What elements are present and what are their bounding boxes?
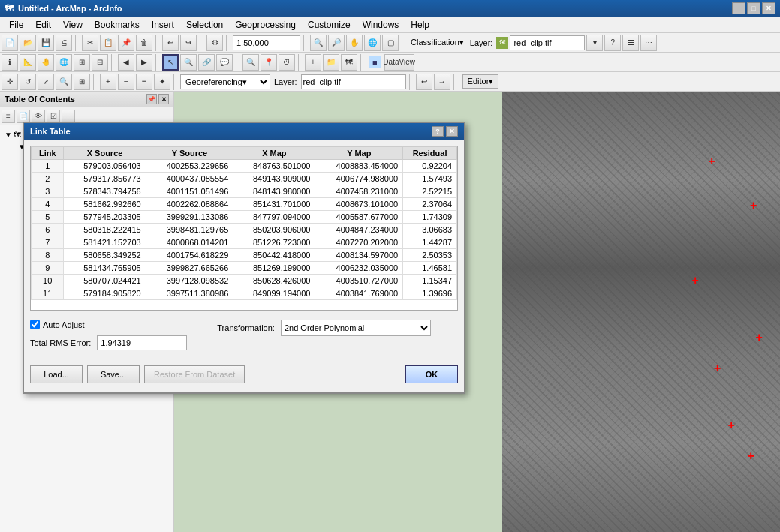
menu-windows[interactable]: Windows bbox=[357, 18, 405, 32]
pan-button[interactable]: ✋ bbox=[346, 35, 363, 51]
menu-bookmarks[interactable]: Bookmarks bbox=[89, 18, 146, 32]
menu-geoprocessing[interactable]: Geoprocessing bbox=[229, 18, 302, 32]
dialog-help-button[interactable]: ? bbox=[432, 126, 444, 137]
geo-move[interactable]: ✛ bbox=[2, 74, 18, 90]
nav-fwd[interactable]: ▶ bbox=[136, 54, 152, 71]
sep-m2 bbox=[155, 54, 159, 71]
classification-label[interactable]: Classification▾ bbox=[411, 38, 464, 47]
close-button[interactable]: ✕ bbox=[762, 2, 775, 14]
geo-scale[interactable]: ⤢ bbox=[38, 74, 54, 90]
extra2[interactable]: ⋯ bbox=[640, 35, 657, 51]
menu-selection[interactable]: Selection bbox=[180, 18, 229, 32]
help-button[interactable]: ? bbox=[604, 35, 621, 51]
toc-list-by-visibility[interactable]: 👁 bbox=[32, 110, 45, 123]
tools-button[interactable]: ⚙ bbox=[206, 35, 223, 51]
menu-help[interactable]: Help bbox=[405, 18, 435, 32]
toc-list-by-drawing[interactable]: ≡ bbox=[2, 110, 15, 123]
time-tool[interactable]: ⏱ bbox=[279, 54, 295, 71]
arcmap-btn[interactable]: 🗺 bbox=[341, 54, 357, 71]
extent-btn1[interactable]: ⊞ bbox=[74, 54, 90, 71]
select-tool[interactable]: ↖ bbox=[162, 54, 179, 71]
identify-tool[interactable]: 🔍 bbox=[180, 54, 197, 71]
left-panel: Table Of Contents 📌 ✕ ≡ 📄 👁 ☑ ⋯ ▼ 🗺 Laye… bbox=[0, 92, 174, 532]
geo-add-cp[interactable]: + bbox=[100, 74, 116, 90]
globe-button[interactable]: 🌐 bbox=[56, 54, 72, 71]
ok-button[interactable]: OK bbox=[405, 365, 458, 383]
geo-layer-input[interactable] bbox=[301, 74, 406, 89]
menu-file[interactable]: File bbox=[3, 18, 29, 32]
table-row[interactable]: 5577945.2033053999291.133086847797.09400… bbox=[32, 211, 457, 224]
load-button[interactable]: Load... bbox=[30, 365, 83, 383]
transformation-select[interactable]: 1st Order Polynomial 2nd Order Polynomia… bbox=[281, 320, 431, 336]
table-row[interactable]: 2579317.8567734000437.085554849143.90900… bbox=[32, 173, 457, 185]
extent-btn2[interactable]: ⊟ bbox=[92, 54, 108, 71]
table-row[interactable]: 3578343.7947564001151.051496848143.98000… bbox=[32, 185, 457, 198]
geo-link-tbl[interactable]: ≡ bbox=[136, 74, 152, 90]
redo-button[interactable]: ↪ bbox=[180, 35, 197, 51]
table-row[interactable]: 1579003.0564034002553.229656848763.50100… bbox=[32, 160, 457, 173]
zoom-in-button[interactable]: 🔍 bbox=[310, 35, 327, 51]
goto-xy[interactable]: 📍 bbox=[261, 54, 277, 71]
scale-input[interactable] bbox=[233, 35, 300, 50]
cut-button[interactable]: ✂ bbox=[82, 35, 98, 51]
delete-button[interactable]: 🗑 bbox=[136, 35, 152, 51]
save-button[interactable]: Save... bbox=[87, 365, 140, 383]
maximize-button[interactable]: □ bbox=[747, 2, 760, 14]
table-row[interactable]: 11579184.9058203997511.380986849099.1940… bbox=[32, 287, 457, 300]
expand-icon[interactable]: ▼ bbox=[5, 131, 12, 139]
geo-tool2[interactable]: → bbox=[434, 74, 450, 90]
print-button[interactable]: 🖨 bbox=[56, 35, 72, 51]
toc-close-button[interactable]: ✕ bbox=[158, 94, 169, 104]
select-button[interactable]: ▢ bbox=[382, 35, 399, 51]
menu-insert[interactable]: Insert bbox=[146, 18, 180, 32]
toc-options[interactable]: ⋯ bbox=[62, 110, 75, 123]
copy-button[interactable]: 📋 bbox=[100, 35, 116, 51]
layout-btn[interactable]: DataView bbox=[384, 54, 414, 71]
table-row[interactable]: 7581421.1527034000868.014201851226.72300… bbox=[32, 236, 457, 249]
pan-tool[interactable]: 🤚 bbox=[38, 54, 54, 71]
menu-edit[interactable]: Edit bbox=[29, 18, 57, 32]
cell-2-0: 3 bbox=[32, 185, 64, 198]
geo-zoom[interactable]: 🔍 bbox=[56, 74, 72, 90]
geo-tool1[interactable]: ↩ bbox=[416, 74, 432, 90]
minimize-button[interactable]: _ bbox=[732, 2, 745, 14]
toc-list-by-source[interactable]: 📄 bbox=[17, 110, 30, 123]
table-row[interactable]: 8580658.3492524001754.618229850442.41800… bbox=[32, 249, 457, 262]
layer-dropdown-btn[interactable]: ▾ bbox=[586, 35, 603, 51]
new-button[interactable]: 📄 bbox=[2, 35, 18, 51]
extra1[interactable]: ☰ bbox=[622, 35, 639, 51]
identify-button[interactable]: ℹ bbox=[2, 54, 18, 71]
nav-back[interactable]: ◀ bbox=[118, 54, 134, 71]
dialog-title-bar[interactable]: Link Table ? ✕ bbox=[24, 123, 464, 140]
open-button[interactable]: 📂 bbox=[20, 35, 36, 51]
undo-button[interactable]: ↩ bbox=[162, 35, 179, 51]
paste-button[interactable]: 📌 bbox=[118, 35, 134, 51]
find-tool[interactable]: 🔍 bbox=[242, 54, 259, 71]
table-row[interactable]: 4581662.9926604002262.088864851431.70100… bbox=[32, 198, 457, 211]
dialog-close-button[interactable]: ✕ bbox=[446, 126, 458, 137]
table-row[interactable]: 10580707.0244213997128.098532850628.4260… bbox=[32, 275, 457, 287]
geo-fit[interactable]: ⊞ bbox=[74, 74, 90, 90]
auto-adjust-checkbox[interactable] bbox=[30, 320, 40, 329]
georef-dropdown[interactable]: Georeferencing▾ bbox=[180, 74, 270, 89]
catalog-btn[interactable]: 📁 bbox=[323, 54, 339, 71]
save-button[interactable]: 💾 bbox=[38, 35, 54, 51]
zoom-out-button[interactable]: 🔎 bbox=[328, 35, 345, 51]
table-row[interactable]: 9581434.7659053999827.665266851269.19900… bbox=[32, 262, 457, 275]
link-table-container[interactable]: Link X Source Y Source X Map Y Map Resid… bbox=[30, 146, 458, 311]
toc-pin-button[interactable]: 📌 bbox=[146, 94, 157, 104]
html-popup[interactable]: 💬 bbox=[216, 54, 233, 71]
layer-input[interactable] bbox=[510, 35, 585, 50]
table-row[interactable]: 6580318.2224153998481.129765850203.90600… bbox=[32, 224, 457, 236]
editor-label[interactable]: Editor▾ bbox=[462, 74, 499, 89]
geo-auto[interactable]: ✦ bbox=[154, 74, 170, 90]
toc-list-by-selection[interactable]: ☑ bbox=[47, 110, 60, 123]
menu-customize[interactable]: Customize bbox=[302, 18, 357, 32]
full-extent-button[interactable]: 🌐 bbox=[364, 35, 381, 51]
add-data[interactable]: + bbox=[305, 54, 321, 71]
geo-del-cp[interactable]: − bbox=[118, 74, 134, 90]
measure-button[interactable]: 📐 bbox=[20, 54, 36, 71]
geo-rotate[interactable]: ↺ bbox=[20, 74, 36, 90]
menu-view[interactable]: View bbox=[57, 18, 89, 32]
hyperlink-tool[interactable]: 🔗 bbox=[198, 54, 215, 71]
